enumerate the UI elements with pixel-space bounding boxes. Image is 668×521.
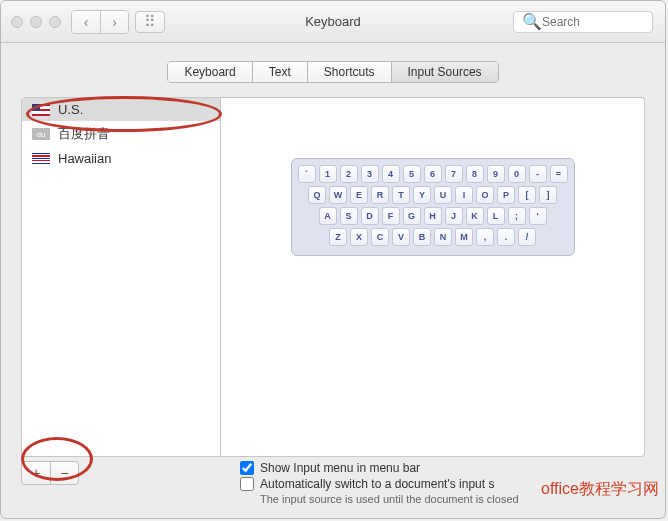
show-all-button[interactable]: ⠿: [135, 11, 165, 33]
keyboard-row: `1234567890-=: [298, 165, 568, 183]
key: L: [487, 207, 505, 225]
grid-icon: ⠿: [144, 12, 156, 31]
show-menu-label: Show Input menu in menu bar: [260, 461, 420, 475]
key: -: [529, 165, 547, 183]
flag-icon: du: [32, 128, 50, 140]
key: `: [298, 165, 316, 183]
key: O: [476, 186, 494, 204]
key: P: [497, 186, 515, 204]
keyboard-row: QWERTYUIOP[]: [298, 186, 568, 204]
key: S: [340, 207, 358, 225]
key: D: [361, 207, 379, 225]
add-remove-box: + −: [21, 461, 79, 485]
source-item[interactable]: U.S.: [22, 98, 220, 121]
key: 8: [466, 165, 484, 183]
key: [: [518, 186, 536, 204]
nav-back-forward: ‹ ›: [71, 10, 129, 34]
tab-text[interactable]: Text: [252, 62, 307, 82]
key: Z: [329, 228, 347, 246]
key: V: [392, 228, 410, 246]
key: 9: [487, 165, 505, 183]
tabs: KeyboardTextShortcutsInput Sources: [1, 43, 665, 97]
tab-shortcuts[interactable]: Shortcuts: [307, 62, 391, 82]
show-menu-option[interactable]: Show Input menu in menu bar: [240, 461, 645, 475]
auto-switch-checkbox[interactable]: [240, 477, 254, 491]
source-label: 百度拼音: [58, 125, 110, 143]
key: N: [434, 228, 452, 246]
tab-keyboard[interactable]: Keyboard: [168, 62, 251, 82]
key: 1: [319, 165, 337, 183]
key: T: [392, 186, 410, 204]
add-button[interactable]: +: [22, 462, 50, 484]
key: ': [529, 207, 547, 225]
tab-input-sources[interactable]: Input Sources: [391, 62, 498, 82]
remove-button[interactable]: −: [50, 462, 78, 484]
key: C: [371, 228, 389, 246]
keyboard-preview: `1234567890-=QWERTYUIOP[]ASDFGHJKL;'ZXCV…: [221, 97, 645, 457]
key: ,: [476, 228, 494, 246]
key: Y: [413, 186, 431, 204]
key: ]: [539, 186, 557, 204]
key: =: [550, 165, 568, 183]
key: I: [455, 186, 473, 204]
source-item[interactable]: Hawaiian: [22, 147, 220, 170]
key: M: [455, 228, 473, 246]
key: Q: [308, 186, 326, 204]
key: H: [424, 207, 442, 225]
key: A: [319, 207, 337, 225]
key: F: [382, 207, 400, 225]
keyboard-row: ASDFGHJKL;': [298, 207, 568, 225]
content: U.S.du百度拼音Hawaiian `1234567890-=QWERTYUI…: [1, 97, 665, 457]
search-input[interactable]: [542, 15, 644, 29]
titlebar: ‹ › ⠿ Keyboard 🔍: [1, 1, 665, 43]
key: J: [445, 207, 463, 225]
source-list: U.S.du百度拼音Hawaiian: [21, 97, 221, 457]
forward-button[interactable]: ›: [100, 11, 128, 33]
zoom-icon[interactable]: [49, 16, 61, 28]
search-field[interactable]: 🔍: [513, 11, 653, 33]
key: 2: [340, 165, 358, 183]
flag-icon: [32, 104, 50, 116]
key: 7: [445, 165, 463, 183]
key: 5: [403, 165, 421, 183]
source-label: U.S.: [58, 102, 83, 117]
key: .: [497, 228, 515, 246]
source-label: Hawaiian: [58, 151, 111, 166]
key: G: [403, 207, 421, 225]
close-icon[interactable]: [11, 16, 23, 28]
minimize-icon[interactable]: [30, 16, 42, 28]
flag-icon: [32, 153, 50, 165]
keyboard-layout: `1234567890-=QWERTYUIOP[]ASDFGHJKL;'ZXCV…: [291, 158, 575, 256]
show-menu-checkbox[interactable]: [240, 461, 254, 475]
key: X: [350, 228, 368, 246]
window-title: Keyboard: [305, 14, 361, 29]
preferences-window: ‹ › ⠿ Keyboard 🔍 KeyboardTextShortcutsIn…: [0, 0, 666, 519]
key: ;: [508, 207, 526, 225]
key: U: [434, 186, 452, 204]
key: W: [329, 186, 347, 204]
watermark: office教程学习网: [541, 479, 659, 500]
key: 4: [382, 165, 400, 183]
key: B: [413, 228, 431, 246]
key: 3: [361, 165, 379, 183]
key: /: [518, 228, 536, 246]
traffic-lights: [11, 16, 61, 28]
key: 0: [508, 165, 526, 183]
keyboard-row: ZXCVBNM,./: [298, 228, 568, 246]
key: 6: [424, 165, 442, 183]
key: R: [371, 186, 389, 204]
key: E: [350, 186, 368, 204]
search-icon: 🔍: [522, 12, 542, 31]
key: K: [466, 207, 484, 225]
auto-switch-label: Automatically switch to a document's inp…: [260, 477, 494, 491]
source-item[interactable]: du百度拼音: [22, 121, 220, 147]
back-button[interactable]: ‹: [72, 11, 100, 33]
